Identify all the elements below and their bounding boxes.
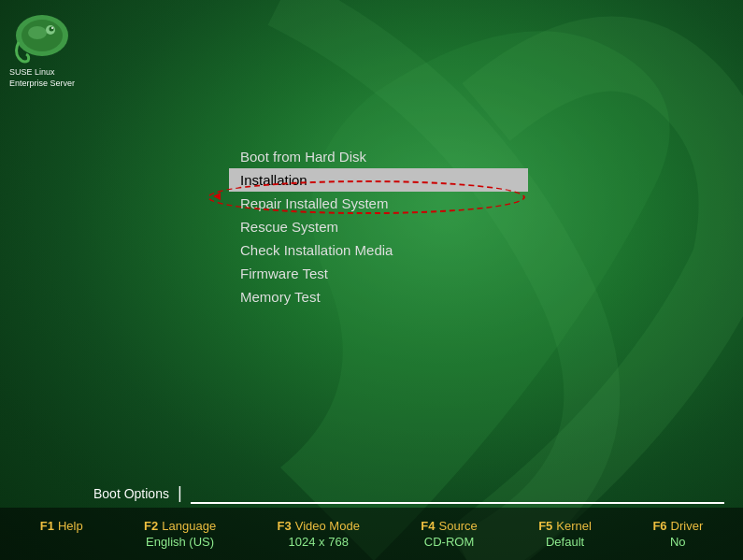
fkey-f2-group[interactable]: F2 Language English (US) xyxy=(144,519,216,549)
menu-container: Boot from Hard Disk Installation Repair … xyxy=(229,145,528,309)
boot-options-bar: Boot Options | xyxy=(0,483,743,504)
fkey-f3-group[interactable]: F3 Video Mode 1024 x 768 xyxy=(278,519,360,549)
cursor-bar: | xyxy=(175,484,185,503)
logo-line1: SUSE Linux xyxy=(9,67,55,77)
boot-options-input[interactable] xyxy=(191,483,724,504)
fkey-f5-value: Default xyxy=(546,535,584,549)
fkey-bar: F1 Help F2 Language English (US) F3 Vide… xyxy=(0,508,743,560)
fkey-f5-group[interactable]: F5 Kernel Default xyxy=(538,519,592,549)
fkey-f1-key: F1 xyxy=(40,519,54,533)
main-content: SUSE Linux Enterprise Server Boot from H… xyxy=(0,0,743,560)
svg-point-6 xyxy=(28,26,47,39)
svg-point-4 xyxy=(50,27,54,32)
arrow-indicator: ◄ xyxy=(213,189,221,204)
fkey-f1-group[interactable]: F1 Help xyxy=(40,519,83,549)
menu-item-repair[interactable]: Repair Installed System xyxy=(229,192,528,215)
menu-item-boot-hard-disk[interactable]: Boot from Hard Disk xyxy=(229,145,528,168)
logo-line2: Enterprise Server xyxy=(9,79,75,88)
fkey-f5-key: F5 xyxy=(538,519,552,533)
fkey-f3-value: 1024 x 768 xyxy=(289,535,349,549)
fkey-f6-group[interactable]: F6 Driver No xyxy=(652,519,703,549)
fkey-f5-name: Kernel xyxy=(556,519,592,533)
menu-item-installation[interactable]: Installation xyxy=(229,168,528,192)
menu-item-rescue[interactable]: Rescue System xyxy=(229,215,528,238)
menu-item-check-media[interactable]: Check Installation Media xyxy=(229,238,528,262)
fkey-f2-key: F2 xyxy=(144,519,158,533)
svg-point-5 xyxy=(51,27,53,29)
logo-area: SUSE Linux Enterprise Server xyxy=(9,9,75,89)
fkey-f1-name: Help xyxy=(58,519,83,533)
fkey-f4-key: F4 xyxy=(421,519,435,533)
fkey-f6-name: Driver xyxy=(671,519,704,533)
boot-options-label: Boot Options xyxy=(93,486,169,501)
fkey-f6-value: No xyxy=(670,535,686,549)
logo-text: SUSE Linux Enterprise Server xyxy=(9,67,75,89)
menu-item-memory[interactable]: Memory Test xyxy=(229,285,528,309)
menu-item-firmware[interactable]: Firmware Test xyxy=(229,262,528,285)
fkey-f2-value: English (US) xyxy=(146,535,214,549)
fkey-f1-value xyxy=(60,535,64,549)
fkey-f4-group[interactable]: F4 Source CD-ROM xyxy=(421,519,477,549)
fkey-f2-name: Language xyxy=(162,519,216,533)
fkey-f4-value: CD-ROM xyxy=(424,535,474,549)
fkey-f6-key: F6 xyxy=(652,519,666,533)
suse-logo xyxy=(9,9,75,65)
fkey-f3-key: F3 xyxy=(278,519,292,533)
fkey-f4-name: Source xyxy=(439,519,478,533)
fkey-f3-name: Video Mode xyxy=(295,519,360,533)
